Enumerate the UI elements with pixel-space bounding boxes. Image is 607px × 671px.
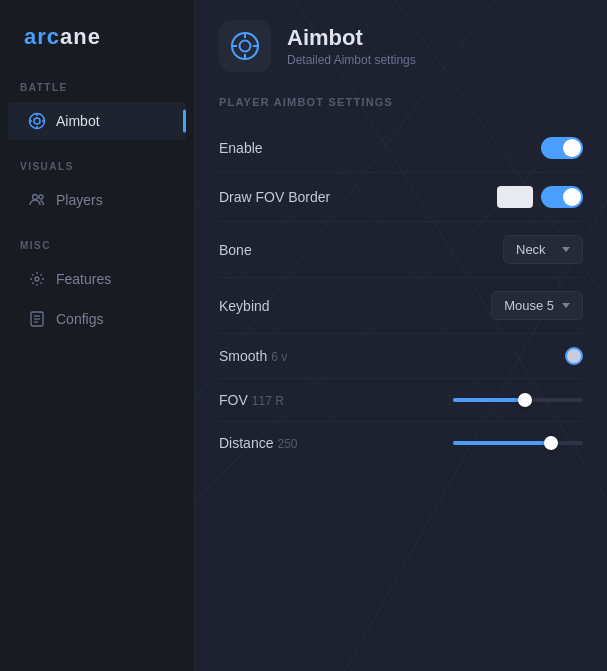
keybind-dropdown-chevron: [562, 303, 570, 308]
sidebar-item-players[interactable]: Players: [8, 181, 186, 219]
setting-fov-border: Draw FOV Border: [219, 173, 583, 222]
enable-toggle[interactable]: [541, 137, 583, 159]
panel-title-group: Aimbot Detailed Aimbot settings: [287, 25, 416, 67]
smooth-slider-wrap: [565, 347, 583, 365]
panel-aimbot-icon: [229, 30, 261, 62]
sidebar-item-features-label: Features: [56, 271, 111, 287]
features-icon: [28, 270, 46, 288]
panel-title: Aimbot: [287, 25, 416, 51]
distance-slider[interactable]: [453, 441, 583, 445]
players-icon: [28, 191, 46, 209]
logo-arc: arc: [24, 24, 60, 49]
setting-enable: Enable: [219, 124, 583, 173]
setting-distance-label: Distance250: [219, 435, 298, 451]
section-misc: MISC: [0, 240, 194, 259]
sidebar-item-features[interactable]: Features: [8, 260, 186, 298]
setting-fov-label: FOV117 R: [219, 392, 284, 408]
distance-slider-thumb: [544, 436, 558, 450]
setting-keybind: Keybind Mouse 5: [219, 278, 583, 334]
setting-bone-label: Bone: [219, 242, 252, 258]
distance-slider-fill: [453, 441, 551, 445]
sidebar-item-aimbot-label: Aimbot: [56, 113, 100, 129]
fov-slider[interactable]: [453, 398, 583, 402]
setting-enable-label: Enable: [219, 140, 263, 156]
keybind-dropdown[interactable]: Mouse 5: [491, 291, 583, 320]
settings-list: Enable Draw FOV Border Bone: [219, 124, 583, 464]
sidebar: arcane BATTLE Aimbot VISUALS P: [0, 0, 195, 671]
logo-ane: ane: [60, 24, 101, 49]
fov-preview-box: [497, 186, 533, 208]
distance-hint: 250: [277, 437, 297, 451]
sidebar-item-configs[interactable]: Configs: [8, 300, 186, 338]
setting-fov-border-label: Draw FOV Border: [219, 189, 330, 205]
svg-point-6: [33, 195, 38, 200]
fov-slider-track: [453, 398, 583, 402]
sidebar-item-configs-label: Configs: [56, 311, 103, 327]
distance-slider-track: [453, 441, 583, 445]
section-visuals: VISUALS: [0, 161, 194, 180]
logo: arcane: [0, 24, 194, 82]
setting-bone: Bone Neck: [219, 222, 583, 278]
keybind-dropdown-value: Mouse 5: [504, 298, 554, 313]
setting-smooth-label: Smooth6 v: [219, 348, 287, 364]
svg-point-1: [34, 118, 40, 124]
fov-border-toggle[interactable]: [541, 186, 583, 208]
svg-point-23: [240, 41, 251, 52]
panel-subtitle: Detailed Aimbot settings: [287, 53, 416, 67]
enable-toggle-knob: [563, 139, 581, 157]
setting-distance: Distance250: [219, 422, 583, 464]
fov-slider-thumb: [518, 393, 532, 407]
content-panel: Aimbot Detailed Aimbot settings Player A…: [195, 0, 607, 484]
fov-border-controls: [497, 186, 583, 208]
panel-icon-wrap: [219, 20, 271, 72]
fov-hint: 117 R: [252, 394, 284, 408]
setting-fov: FOV117 R: [219, 379, 583, 422]
fov-slider-fill: [453, 398, 525, 402]
sidebar-item-players-label: Players: [56, 192, 103, 208]
panel-header: Aimbot Detailed Aimbot settings: [219, 20, 583, 72]
bone-dropdown-value: Neck: [516, 242, 546, 257]
svg-point-8: [35, 277, 39, 281]
section-battle: BATTLE: [0, 82, 194, 101]
smooth-hint: 6 v: [271, 350, 287, 364]
smooth-slider-thumb[interactable]: [565, 347, 583, 365]
bone-dropdown[interactable]: Neck: [503, 235, 583, 264]
main-panel: Aimbot Detailed Aimbot settings Player A…: [195, 0, 607, 671]
configs-icon: [28, 310, 46, 328]
settings-section-label: Player Aimbot Settings: [219, 96, 583, 108]
setting-keybind-label: Keybind: [219, 298, 270, 314]
setting-smooth: Smooth6 v: [219, 334, 583, 379]
bone-dropdown-chevron: [562, 247, 570, 252]
sidebar-item-aimbot[interactable]: Aimbot: [8, 102, 186, 140]
fov-border-toggle-knob: [563, 188, 581, 206]
aimbot-icon: [28, 112, 46, 130]
svg-point-7: [39, 195, 43, 199]
